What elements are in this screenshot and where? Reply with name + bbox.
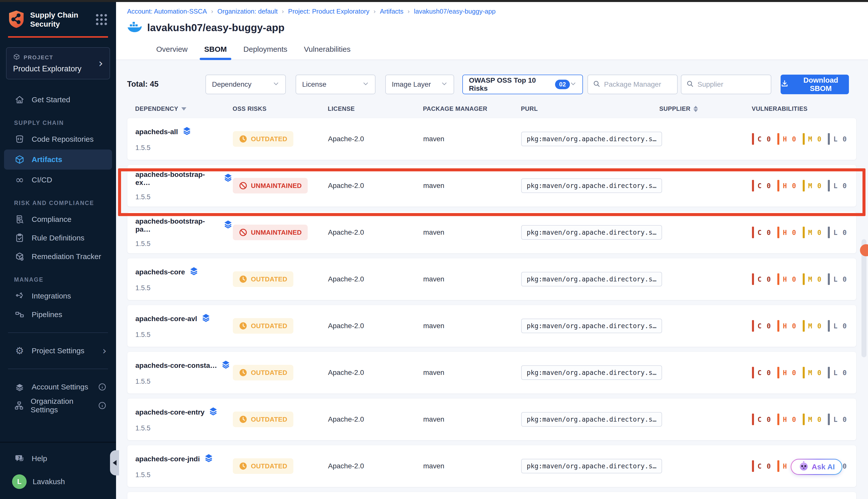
purl-pill[interactable]: pkg:maven/org.apache.directory.s… bbox=[521, 272, 662, 287]
info-icon[interactable] bbox=[98, 401, 107, 410]
user-menu[interactable]: L Lavakush bbox=[0, 468, 116, 499]
severity-value: M 0 bbox=[808, 416, 822, 423]
sidebar-item-label: Artifacts bbox=[32, 155, 62, 164]
breadcrumb-link[interactable]: Organization: default bbox=[218, 8, 278, 15]
sidebar-item-remediation-tracker[interactable]: Remediation Tracker bbox=[0, 247, 116, 266]
column-header-vulnerabilities: VULNERABILITIES bbox=[752, 105, 856, 112]
tab-vulnerabilities[interactable]: Vulnerabilities bbox=[303, 41, 352, 60]
vulnerabilities-cell: C 0H 0M 0L 0 bbox=[752, 414, 856, 425]
table-header-row: DEPENDENCYOSS RISKSLICENSEPACKAGE MANAGE… bbox=[127, 101, 856, 116]
tab-overview[interactable]: Overview bbox=[155, 41, 189, 60]
scrollbar-thumb[interactable] bbox=[861, 239, 867, 357]
sidebar-item-pipelines[interactable]: Pipelines bbox=[0, 305, 116, 324]
purl-pill[interactable]: pkg:maven/org.apache.directory.s… bbox=[521, 412, 662, 427]
risk-label: UNMAINTAINED bbox=[251, 229, 302, 236]
purl-pill[interactable]: pkg:maven/org.apache.directory.s… bbox=[521, 132, 662, 146]
sidebar-item-label: Get Started bbox=[32, 96, 70, 104]
severity-count-c: C 0 bbox=[752, 460, 771, 472]
filter-select-image-layer[interactable]: Image Layer bbox=[385, 75, 454, 94]
severity-bar bbox=[803, 227, 805, 238]
purl-pill[interactable]: pkg:maven/org.apache.directory.s… bbox=[521, 225, 662, 240]
table-row[interactable]: apacheds-core-consta…1.5.5OUTDATEDApache… bbox=[127, 352, 856, 394]
purl-pill[interactable]: pkg:maven/org.apache.directory.s… bbox=[521, 319, 662, 333]
column-header-supplier[interactable]: SUPPLIER bbox=[659, 105, 752, 112]
sidebar-nav: Get StartedSUPPLY CHAINCode Repositories… bbox=[0, 90, 116, 324]
clock-icon bbox=[239, 135, 247, 143]
table-row[interactable]: apacheds-bootstrap-ex…1.5.5UNMAINTAINEDA… bbox=[127, 165, 856, 207]
table-row[interactable]: apacheds-core1.5.5OUTDATEDApache-2.0mave… bbox=[127, 258, 856, 300]
oss-risk-cell: UNMAINTAINED bbox=[233, 178, 328, 194]
module-switcher-icon[interactable] bbox=[96, 14, 107, 25]
filter-select-license[interactable]: License bbox=[296, 75, 375, 94]
table-row[interactable]: apacheds-bootstrap-pa…1.5.5UNMAINTAINEDA… bbox=[127, 211, 856, 254]
dependency-cell: apacheds-core-entry1.5.5 bbox=[135, 406, 233, 432]
sidebar-collapse-toggle[interactable] bbox=[110, 450, 119, 475]
download-sbom-button[interactable]: Download SBOM bbox=[781, 75, 849, 94]
info-icon[interactable] bbox=[98, 383, 107, 391]
breadcrumb-link[interactable]: Project: Product Exploratory bbox=[288, 8, 370, 15]
filter-select-dependency[interactable]: Dependency bbox=[206, 75, 286, 94]
package-manager-cell: maven bbox=[423, 415, 521, 423]
purl-pill[interactable]: pkg:maven/org.apache.directory.s… bbox=[521, 365, 662, 380]
search-input-package-manager[interactable] bbox=[604, 81, 672, 88]
sidebar-item-ci-cd[interactable]: ∞CI/CD bbox=[0, 171, 116, 189]
dependency-name[interactable]: apacheds-core-entry bbox=[135, 406, 233, 418]
dependency-name[interactable]: apacheds-core bbox=[135, 266, 233, 278]
dependency-name[interactable]: apacheds-core-jndi bbox=[135, 453, 233, 465]
severity-bar bbox=[777, 460, 779, 472]
dependency-version: 1.5.5 bbox=[135, 331, 233, 339]
severity-count-c: C 0 bbox=[752, 273, 771, 285]
tab-deployments[interactable]: Deployments bbox=[243, 41, 288, 60]
table-row[interactable]: apacheds-all1.5.5OUTDATEDApache-2.0maven… bbox=[127, 118, 856, 160]
table-row[interactable]: apacheds-core-shared1.5.5OUTDATEDApache-… bbox=[127, 492, 856, 499]
severity-count-h: H 0 bbox=[777, 414, 797, 425]
dependency-name[interactable]: apacheds-core-consta… bbox=[135, 360, 233, 371]
search-input-supplier[interactable] bbox=[697, 81, 766, 88]
ask-ai-label: Ask AI bbox=[812, 463, 835, 471]
table-row[interactable]: apacheds-core-avl1.5.5OUTDATEDApache-2.0… bbox=[127, 305, 856, 347]
ask-ai-button[interactable]: Ask AI bbox=[791, 459, 842, 475]
sidebar-section-label: RISK AND COMPLIANCE bbox=[14, 200, 116, 207]
risk-badge: OUTDATED bbox=[233, 412, 293, 427]
brand-divider bbox=[8, 36, 108, 38]
sidebar-item-account-settings[interactable]: Account Settings bbox=[0, 378, 116, 396]
sort-desc-icon bbox=[181, 107, 186, 111]
project-selector[interactable]: PROJECT Product Exploratory › bbox=[6, 47, 110, 80]
tab-sbom[interactable]: SBOM bbox=[203, 41, 228, 60]
severity-value: L 0 bbox=[833, 135, 847, 143]
sidebar-item-integrations[interactable]: Integrations bbox=[0, 287, 116, 305]
purl-pill[interactable]: pkg:maven/org.apache.directory.s… bbox=[521, 459, 662, 473]
sidebar-item-project-settings[interactable]: ⚙ Project Settings › bbox=[0, 341, 116, 360]
sidebar-item-get-started[interactable]: Get Started bbox=[0, 90, 116, 109]
column-label: VULNERABILITIES bbox=[752, 105, 807, 112]
chevron-down-icon bbox=[362, 81, 369, 89]
sidebar-item-label: Project Settings bbox=[32, 346, 84, 355]
sidebar-item-artifacts[interactable]: Artifacts bbox=[4, 149, 112, 170]
dependency-name[interactable]: apacheds-bootstrap-ex… bbox=[135, 171, 233, 187]
dependency-name[interactable]: apacheds-all bbox=[135, 126, 233, 137]
dependency-name[interactable]: apacheds-core-avl bbox=[135, 313, 233, 324]
breadcrumb-separator-icon: › bbox=[407, 8, 410, 15]
breadcrumb-link[interactable]: lavakush07/easy-buggy-app bbox=[414, 8, 496, 15]
sidebar-item-code-repositories[interactable]: Code Repositories bbox=[0, 130, 116, 148]
chevron-down-icon bbox=[570, 81, 576, 89]
breadcrumb-link[interactable]: Account: Automation-SSCA bbox=[127, 8, 207, 15]
clock-icon bbox=[239, 275, 247, 283]
sidebar-item-compliance[interactable]: Compliance bbox=[0, 210, 116, 229]
table-row[interactable]: apacheds-core-jndi1.5.5OUTDATEDApache-2.… bbox=[127, 445, 856, 487]
sidebar-item-rule-definitions[interactable]: Rule Definitions bbox=[0, 229, 116, 247]
severity-bar bbox=[752, 273, 754, 285]
purl-pill[interactable]: pkg:maven/org.apache.directory.s… bbox=[521, 179, 662, 193]
oss-risk-cell: OUTDATED bbox=[233, 458, 328, 474]
column-header-dependency[interactable]: DEPENDENCY bbox=[135, 105, 233, 112]
purl-cell: pkg:maven/org.apache.directory.s… bbox=[521, 319, 659, 333]
severity-bar bbox=[828, 320, 830, 332]
filter-select-owasp[interactable]: OWASP OSS Top 10 Risks02 bbox=[462, 75, 583, 94]
chevron-down-icon bbox=[441, 81, 448, 89]
breadcrumb-link[interactable]: Artifacts bbox=[380, 8, 404, 15]
sidebar-item-organization-settings[interactable]: Organization Settings bbox=[0, 396, 116, 415]
dependency-name[interactable]: apacheds-bootstrap-pa… bbox=[135, 217, 233, 233]
sidebar-item-help[interactable]: ? Help bbox=[0, 449, 116, 468]
severity-value: M 0 bbox=[808, 182, 822, 190]
table-row[interactable]: apacheds-core-entry1.5.5OUTDATEDApache-2… bbox=[127, 398, 856, 440]
